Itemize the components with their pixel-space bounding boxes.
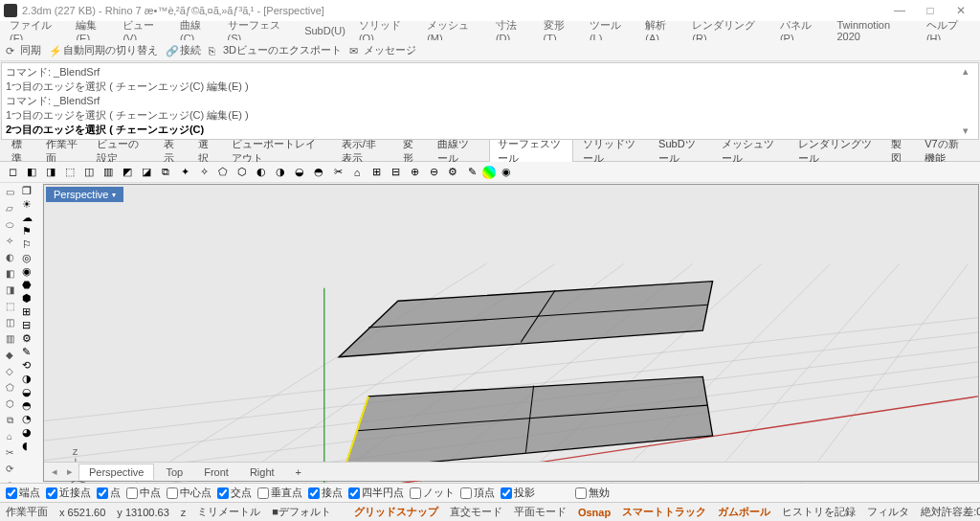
tool-icon[interactable]: ✦ <box>176 164 193 181</box>
tool-icon[interactable]: ⬢ <box>22 292 41 305</box>
tool-icon[interactable]: ◓ <box>22 399 41 412</box>
tool-icon[interactable]: ⬠ <box>1 380 18 396</box>
tool-icon[interactable]: ⬭ <box>1 217 18 233</box>
tool-icon[interactable]: ◔ <box>22 413 41 425</box>
tool-icon[interactable]: ⚙ <box>444 164 461 181</box>
tool-icon[interactable]: ⊟ <box>387 164 404 181</box>
viewport-canvas[interactable]: z x y <box>44 185 978 483</box>
tool-icon[interactable]: ◉ <box>498 164 515 181</box>
tool-icon[interactable]: ⚙ <box>22 332 41 345</box>
autosync-button[interactable]: ⚡自動同期の切り替え <box>49 43 158 57</box>
status-unit[interactable]: ミリメートル <box>197 505 260 519</box>
tool-icon[interactable]: ✎ <box>22 346 41 358</box>
tool-icon[interactable]: ⬣ <box>22 279 41 291</box>
sync-button[interactable]: ⟳同期 <box>6 43 41 57</box>
tool-icon[interactable]: ⬚ <box>61 164 78 181</box>
tool-icon[interactable]: ◫ <box>80 164 98 181</box>
status-cplane[interactable]: 作業平面 <box>6 505 48 519</box>
tool-icon[interactable]: ◫ <box>1 315 18 330</box>
color-icon[interactable] <box>482 166 496 179</box>
tool-icon[interactable]: ◒ <box>291 164 308 181</box>
vp-tab-perspective[interactable]: Perspective <box>78 464 154 480</box>
tool-icon[interactable]: ◨ <box>42 164 59 181</box>
tool-icon[interactable]: ⊞ <box>22 306 41 318</box>
tool-icon[interactable]: ◕ <box>22 426 41 439</box>
message-button[interactable]: ✉メッセージ <box>349 43 416 57</box>
tab-prev-icon[interactable]: ◂ <box>48 465 61 478</box>
status-osnap[interactable]: Osnap <box>578 507 611 518</box>
tool-icon[interactable]: ◆ <box>1 348 18 363</box>
osnap-cen[interactable]: 中心点 <box>167 486 212 500</box>
surface-far[interactable] <box>339 282 712 357</box>
tool-icon[interactable]: ⊕ <box>406 164 423 181</box>
vp-tab-right[interactable]: Right <box>240 464 284 480</box>
tool-icon[interactable]: ✂ <box>1 445 18 461</box>
osnap-knot[interactable]: ノット <box>410 486 455 500</box>
chevron-down-icon[interactable]: ▾ <box>112 191 116 199</box>
tool-icon[interactable]: ◧ <box>1 266 18 282</box>
tool-icon[interactable]: ☀ <box>22 198 41 211</box>
tool-icon[interactable]: ◑ <box>22 373 41 385</box>
tool-icon[interactable]: ▭ <box>1 185 18 200</box>
tool-icon[interactable]: ⚐ <box>22 238 41 251</box>
tool-icon[interactable]: ◨ <box>1 283 18 298</box>
osnap-vert[interactable]: 頂点 <box>460 486 495 500</box>
viewport-title[interactable]: Perspective ▾ <box>46 187 123 202</box>
status-gridsnap[interactable]: グリッドスナップ <box>354 505 438 519</box>
vp-tab-add[interactable]: + <box>286 464 311 480</box>
osnap-int[interactable]: 交点 <box>217 486 252 500</box>
tool-icon[interactable]: ◖ <box>22 440 41 452</box>
osnap-tan[interactable]: 接点 <box>308 486 343 500</box>
tool-icon[interactable]: ✧ <box>195 164 212 181</box>
tool-icon[interactable]: ⧉ <box>157 164 174 181</box>
tool-icon[interactable]: ▱ <box>1 201 18 216</box>
tool-icon[interactable]: ⬠ <box>214 164 232 181</box>
command-area[interactable]: コマンド: _BlendSrf 1つ目のエッジを選択 ( チェーンエッジ(C) … <box>1 62 979 140</box>
tool-icon[interactable]: ✧ <box>1 234 18 249</box>
tool-icon[interactable]: ◓ <box>310 164 327 181</box>
tool-icon[interactable]: ◻ <box>4 164 21 181</box>
tool-icon[interactable]: ◎ <box>22 252 41 264</box>
osnap-quad[interactable]: 四半円点 <box>348 486 404 500</box>
cmd-prompt[interactable]: 2つ目のエッジを選択 ( チェーンエッジ(C) <box>6 123 974 137</box>
perspective-viewport[interactable]: z x y Perspective ▾ ◂ ▸ Perspective Top … <box>43 184 979 482</box>
tool-icon[interactable]: ◪ <box>138 164 155 181</box>
tool-icon[interactable]: ⊖ <box>425 164 442 181</box>
osnap-end[interactable]: 端点 <box>6 486 40 500</box>
tool-icon[interactable]: ▥ <box>1 331 18 347</box>
export3d-button[interactable]: ⎘3Dビューのエクスポート <box>209 43 342 57</box>
status-ortho[interactable]: 直交モード <box>450 505 502 519</box>
tool-icon[interactable]: ◉ <box>22 265 41 278</box>
status-gumball[interactable]: ガムボール <box>718 505 770 519</box>
scroll-down-icon[interactable]: ▾ <box>963 125 976 137</box>
connect-button[interactable]: 🔗接続 <box>166 43 201 57</box>
surface-near[interactable] <box>344 376 712 470</box>
tool-icon[interactable]: ☁ <box>22 212 41 224</box>
tool-icon[interactable]: ⊟ <box>22 319 41 331</box>
status-history[interactable]: ヒストリを記録 <box>782 505 856 519</box>
tool-icon[interactable]: ✂ <box>329 164 346 181</box>
status-layer[interactable]: ■デフォルト <box>272 505 331 519</box>
status-planar[interactable]: 平面モード <box>514 505 567 519</box>
tool-icon[interactable]: ⟳ <box>1 462 18 477</box>
tool-icon[interactable]: ⬚ <box>1 299 18 314</box>
tool-icon[interactable]: ❐ <box>22 185 41 197</box>
tool-icon[interactable]: ◧ <box>23 164 40 181</box>
tool-icon[interactable]: ◩ <box>119 164 136 181</box>
status-smarttrack[interactable]: スマートトラック <box>622 505 706 519</box>
tool-icon[interactable]: ✎ <box>463 164 480 181</box>
tool-icon[interactable]: ⬡ <box>234 164 251 181</box>
tool-icon[interactable]: ⟲ <box>22 359 41 372</box>
tool-icon[interactable]: ◐ <box>253 164 270 181</box>
tool-icon[interactable]: ⧉ <box>1 413 18 428</box>
tool-icon[interactable]: ◇ <box>1 364 18 379</box>
tool-icon[interactable]: ▥ <box>100 164 117 181</box>
tool-icon[interactable]: ⌂ <box>348 164 366 181</box>
osnap-disable[interactable]: 無効 <box>575 486 610 500</box>
status-filter[interactable]: フィルタ <box>867 505 909 519</box>
tool-icon[interactable]: ⬡ <box>1 396 18 412</box>
tool-icon[interactable]: ⌂ <box>1 429 18 444</box>
vp-tab-top[interactable]: Top <box>156 464 192 480</box>
osnap-proj[interactable]: 投影 <box>501 486 535 500</box>
menu-subd[interactable]: SubD(U) <box>299 23 351 38</box>
